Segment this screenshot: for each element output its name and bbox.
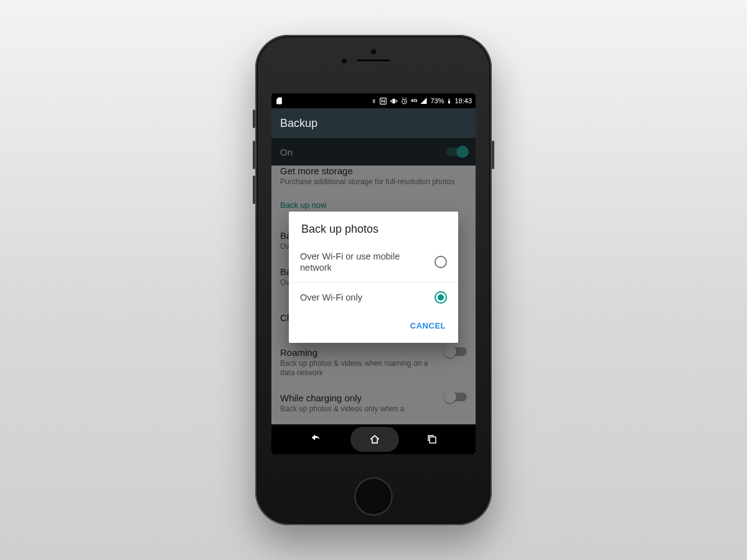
volume-down: [253, 175, 255, 204]
app-bar: Backup: [271, 108, 476, 138]
bluetooth-icon: [371, 97, 377, 105]
sd-card-icon: [275, 96, 283, 105]
vibrate-icon: [390, 97, 398, 105]
volume-up: [253, 141, 255, 169]
navigation-bar: [271, 424, 476, 454]
mute-switch: [253, 110, 255, 128]
earpiece-speaker: [356, 58, 391, 62]
clock: 18:43: [454, 97, 472, 105]
dialog-title: Back up photos: [289, 223, 458, 242]
signal-icon: [420, 97, 428, 105]
radio-selected-icon[interactable]: [435, 291, 447, 304]
battery-icon: [446, 97, 452, 105]
cancel-button[interactable]: CANCEL: [404, 316, 452, 335]
home-button[interactable]: [350, 427, 399, 452]
nfc-icon: [379, 97, 387, 105]
option-label: Over Wi-Fi only: [300, 292, 362, 303]
power-button: [492, 141, 494, 169]
svg-rect-4: [430, 437, 436, 443]
back-up-photos-dialog: Back up photos Over Wi-Fi or use mobile …: [289, 212, 458, 343]
radio-unselected-icon[interactable]: [435, 256, 447, 268]
recents-button[interactable]: [426, 434, 438, 445]
svg-rect-3: [449, 99, 450, 100]
proximity-sensor: [370, 49, 377, 55]
option-label: Over Wi-Fi or use mobile network: [300, 251, 418, 273]
data-4g-icon: 4G: [411, 98, 418, 103]
battery-percent: 73%: [430, 97, 444, 105]
phone-frame: 4G 73% 18:43 Backup: [255, 35, 492, 525]
option-wifi-or-mobile[interactable]: Over Wi-Fi or use mobile network: [289, 242, 458, 282]
hardware-home-button[interactable]: [356, 479, 391, 514]
status-bar: 4G 73% 18:43: [271, 93, 476, 108]
option-wifi-only[interactable]: Over Wi-Fi only: [289, 282, 458, 312]
svg-rect-2: [449, 100, 450, 103]
screen: 4G 73% 18:43 Backup: [271, 93, 476, 454]
page-title: Backup: [280, 117, 317, 130]
alarm-icon: [400, 97, 408, 105]
back-button[interactable]: [309, 432, 323, 446]
front-camera: [341, 58, 347, 64]
